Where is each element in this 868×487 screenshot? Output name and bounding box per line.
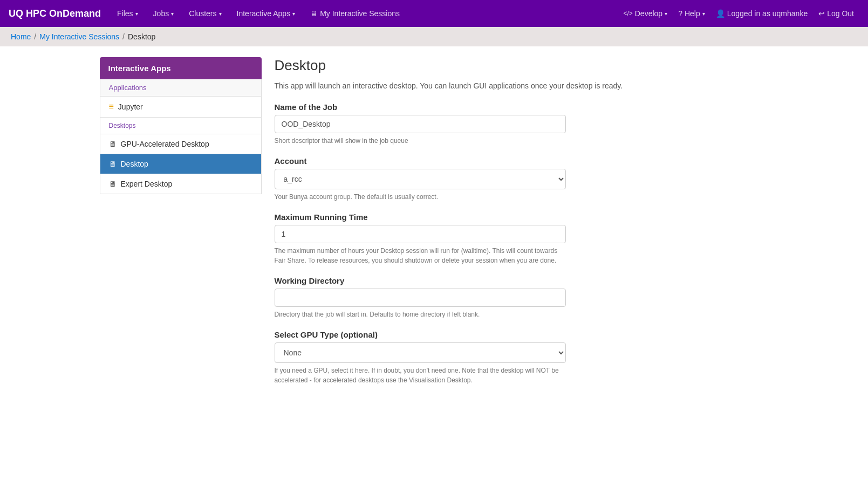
breadcrumb-current: Desktop	[128, 32, 155, 41]
logout-icon: ↩	[818, 9, 825, 18]
help-caret: ▾	[702, 11, 705, 17]
nav-interactive-apps[interactable]: Interactive Apps ▾	[231, 0, 301, 27]
field-working-directory: Working Directory Directory that the job…	[275, 276, 769, 319]
jupyter-icon	[109, 102, 114, 112]
sidebar-desktops-label: Desktops	[100, 118, 262, 134]
page-content: Interactive Apps Applications Jupyter De…	[89, 57, 780, 396]
sidebar-item-desktop[interactable]: 🖥 Desktop	[100, 154, 262, 174]
breadcrumb-sessions[interactable]: My Interactive Sessions	[39, 32, 119, 41]
sidebar-item-expert-desktop[interactable]: Expert Desktop	[100, 174, 262, 194]
sidebar-item-gpu-desktop[interactable]: GPU-Accelerated Desktop	[100, 134, 262, 154]
interactive-apps-caret: ▾	[292, 11, 295, 17]
nav-logout[interactable]: ↩ Log Out	[813, 0, 859, 27]
hint-job-name: Short descriptor that will show in the j…	[275, 136, 566, 146]
field-gpu-type: Select GPU Type (optional) None If you n…	[275, 330, 769, 385]
desktop-icon: 🖥	[109, 160, 117, 168]
breadcrumb-home[interactable]: Home	[11, 32, 31, 41]
monitor-nav-icon: 🖥	[310, 9, 318, 18]
clusters-caret: ▾	[219, 11, 222, 17]
sidebar: Interactive Apps Applications Jupyter De…	[100, 57, 262, 396]
gpu-desktop-icon	[109, 140, 117, 148]
select-account[interactable]: a_rcc	[275, 169, 566, 189]
main-content: Desktop This app will launch an interact…	[275, 57, 769, 396]
user-icon: 👤	[716, 9, 725, 18]
nav-my-interactive-sessions[interactable]: 🖥 My Interactive Sessions	[305, 0, 405, 27]
field-max-running-time: Maximum Running Time The maximum number …	[275, 212, 769, 265]
label-working-directory: Working Directory	[275, 276, 769, 285]
breadcrumb: Home / My Interactive Sessions / Desktop	[0, 27, 868, 46]
label-max-running-time: Maximum Running Time	[275, 212, 769, 222]
files-caret: ▾	[135, 11, 138, 17]
input-working-directory[interactable]	[275, 289, 566, 307]
sidebar-item-jupyter[interactable]: Jupyter	[100, 97, 262, 118]
label-gpu-type: Select GPU Type (optional)	[275, 330, 769, 339]
develop-caret: ▾	[665, 11, 667, 17]
nav-logged-in: 👤 Logged in as uqmhanke	[710, 0, 813, 27]
navbar-right: </> Develop ▾ ? Help ▾ 👤 Logged in as uq…	[618, 0, 859, 27]
nav-help[interactable]: ? Help ▾	[673, 0, 710, 27]
expert-desktop-icon	[109, 180, 117, 188]
nav-files[interactable]: Files ▾	[112, 0, 143, 27]
sidebar-header: Interactive Apps	[100, 57, 262, 79]
input-max-running-time[interactable]	[275, 225, 566, 243]
breadcrumb-sep-2: /	[122, 32, 125, 41]
input-job-name[interactable]	[275, 115, 566, 133]
navbar: UQ HPC OnDemand Files ▾ Jobs ▾ Clusters …	[0, 0, 868, 27]
label-account: Account	[275, 156, 769, 166]
brand-link[interactable]: UQ HPC OnDemand	[9, 8, 101, 19]
hint-max-running-time: The maximum number of hours your Desktop…	[275, 246, 566, 265]
develop-icon: </>	[623, 10, 632, 17]
hint-working-directory: Directory that the job will start in. De…	[275, 310, 566, 319]
hint-account: Your Bunya account group. The default is…	[275, 192, 566, 202]
label-job-name: Name of the Job	[275, 102, 769, 112]
nav-jobs[interactable]: Jobs ▾	[148, 0, 180, 27]
form-description: This app will launch an interactive desk…	[275, 80, 769, 92]
jobs-caret: ▾	[171, 11, 174, 17]
select-gpu-type[interactable]: None	[275, 342, 566, 363]
sidebar-applications-label: Applications	[100, 79, 262, 97]
breadcrumb-sep-1: /	[34, 32, 36, 41]
nav-clusters[interactable]: Clusters ▾	[183, 0, 227, 27]
nav-develop[interactable]: </> Develop ▾	[618, 0, 673, 27]
field-job-name: Name of the Job Short descriptor that wi…	[275, 102, 769, 146]
field-account: Account a_rcc Your Bunya account group. …	[275, 156, 769, 202]
form-title: Desktop	[275, 57, 769, 74]
hint-gpu-type: If you need a GPU, select it here. If in…	[275, 366, 566, 385]
help-icon: ?	[678, 9, 682, 18]
